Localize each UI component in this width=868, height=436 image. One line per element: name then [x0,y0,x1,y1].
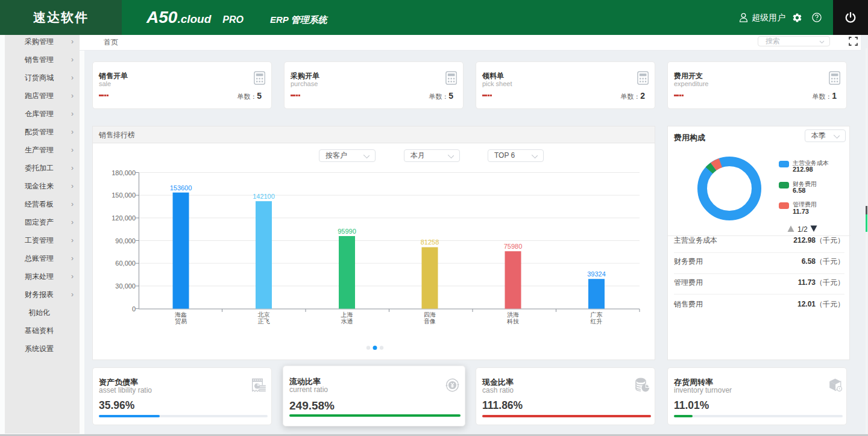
svg-text:上海: 上海 [341,311,353,318]
svg-text:销售费用: 销售费用 [673,300,703,308]
svg-text:主营业务成本: 主营业务成本 [674,236,717,244]
svg-text:39324: 39324 [587,270,606,278]
svg-text:北京: 北京 [258,311,270,318]
svg-text:120,000: 120,000 [112,214,136,222]
svg-text:153600: 153600 [170,184,192,192]
svg-text:管理费用: 管理费用 [793,201,817,208]
svg-text:0: 0 [132,305,136,313]
svg-text:81258: 81258 [421,238,439,246]
svg-text:四海: 四海 [424,311,436,318]
svg-text:30,000: 30,000 [115,282,136,290]
svg-text:贸易: 贸易 [175,318,187,325]
svg-text:212.98（千元）: 212.98（千元） [793,236,844,244]
svg-text:海鑫: 海鑫 [175,311,187,318]
svg-text:6.58: 6.58 [793,187,805,194]
svg-text:60,000: 60,000 [115,260,136,267]
svg-text:11.73: 11.73 [793,208,809,215]
svg-text:科技: 科技 [507,318,519,325]
svg-text:正飞: 正飞 [258,318,270,325]
svg-text:12.01（千元）: 12.01（千元） [797,300,844,308]
svg-text:水通: 水通 [341,318,353,325]
svg-text:红升: 红升 [591,318,603,325]
svg-text:142100: 142100 [253,193,275,200]
svg-text:财务费用: 财务费用 [793,181,817,187]
svg-text:180,000: 180,000 [112,169,136,176]
svg-text:11.73（千元）: 11.73（千元） [798,278,844,287]
svg-text:音像: 音像 [424,318,436,325]
svg-text:洪海: 洪海 [507,311,519,318]
svg-text:150,000: 150,000 [112,192,136,199]
svg-text:主营业务成本: 主营业务成本 [792,160,829,166]
svg-text:广东: 广东 [591,311,603,318]
svg-text:212.98: 212.98 [793,166,813,173]
svg-text:95990: 95990 [338,228,356,235]
svg-text:75980: 75980 [504,243,523,250]
svg-text:90,000: 90,000 [115,237,136,244]
svg-text:1/2: 1/2 [797,225,808,234]
svg-text:财务费用: 财务费用 [674,257,703,266]
svg-text:管理费用: 管理费用 [674,278,703,287]
svg-text:6.58（千元）: 6.58（千元） [802,257,844,266]
